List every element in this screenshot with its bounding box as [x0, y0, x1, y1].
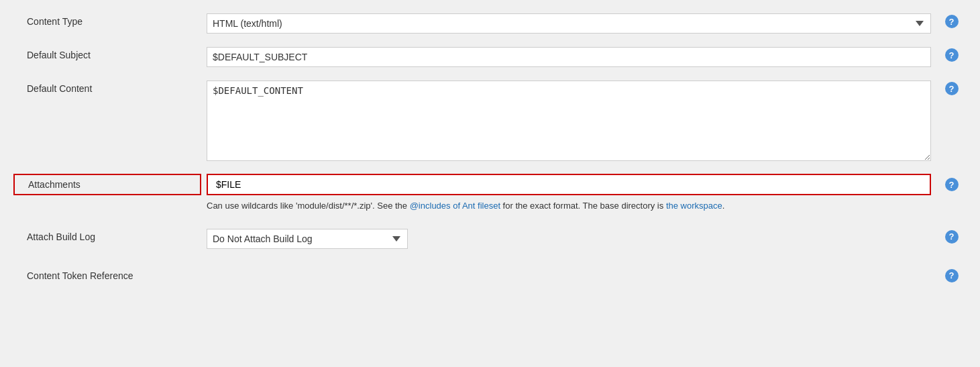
attach-build-log-help-icon[interactable]: ?: [945, 230, 959, 244]
default-subject-label: Default Subject: [13, 44, 201, 66]
default-subject-input[interactable]: [207, 47, 931, 67]
content-token-reference-field: [201, 265, 936, 270]
content-type-label: Content Type: [13, 11, 201, 32]
default-content-label: Default Content: [13, 78, 201, 99]
attach-build-log-row: Attach Build Log Do Not Attach Build Log…: [13, 222, 967, 256]
default-subject-field: [201, 44, 936, 70]
attach-build-log-select[interactable]: Do Not Attach Build Log Attach Build Log…: [207, 229, 408, 249]
attachments-hint: Can use wildcards like 'module/dist/**/*…: [207, 199, 931, 213]
content-token-reference-label: Content Token Reference: [13, 265, 201, 286]
default-subject-help: ?: [936, 44, 967, 62]
default-content-field: $DEFAULT_CONTENT: [201, 78, 936, 166]
content-type-row: Content Type HTML (text/html) Plain Text…: [13, 7, 967, 40]
attachments-row: Attachments Can use wildcards like 'modu…: [13, 170, 967, 217]
attach-build-log-help: ?: [936, 226, 967, 244]
workspace-link[interactable]: the workspace: [666, 201, 722, 211]
default-subject-help-icon[interactable]: ?: [945, 48, 959, 62]
attachments-help: ?: [936, 174, 967, 191]
default-content-help-icon[interactable]: ?: [945, 82, 959, 95]
ant-fileset-link[interactable]: @includes of Ant fileset: [410, 201, 500, 211]
attachments-label: Attachments: [13, 174, 201, 195]
content-type-field: HTML (text/html) Plain Text (text/plain): [201, 11, 936, 36]
content-type-help-icon[interactable]: ?: [945, 15, 959, 28]
content-token-reference-help: ?: [936, 265, 967, 282]
content-type-select[interactable]: HTML (text/html) Plain Text (text/plain): [207, 13, 931, 34]
content-type-help: ?: [936, 11, 967, 28]
default-content-row: Default Content $DEFAULT_CONTENT ?: [13, 74, 967, 170]
attach-build-log-field: Do Not Attach Build Log Attach Build Log…: [201, 226, 936, 252]
attachments-field-wrapper: Can use wildcards like 'module/dist/**/*…: [201, 174, 936, 213]
default-content-help: ?: [936, 78, 967, 95]
content-token-row: Content Token Reference ?: [13, 261, 967, 291]
attachments-input[interactable]: [213, 178, 924, 191]
default-subject-row: Default Subject ?: [13, 40, 967, 74]
form-container: Content Type HTML (text/html) Plain Text…: [0, 0, 980, 367]
default-content-textarea[interactable]: $DEFAULT_CONTENT: [207, 81, 931, 161]
attachments-help-icon[interactable]: ?: [945, 178, 959, 191]
attach-build-log-label: Attach Build Log: [13, 226, 201, 248]
attachments-input-box: [207, 174, 931, 195]
content-token-reference-help-icon[interactable]: ?: [945, 269, 959, 282]
